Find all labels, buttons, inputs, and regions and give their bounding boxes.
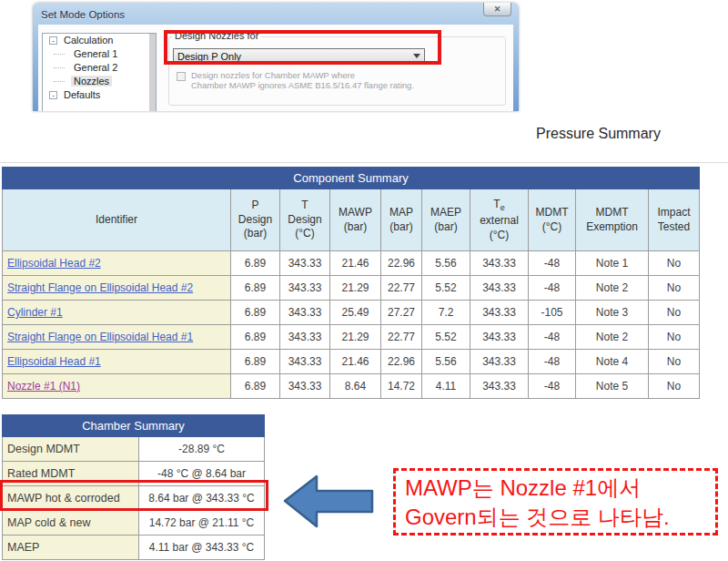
header-row: IdentifierPDesign(bar)TDesign(°C)MAWP(ba… <box>3 189 700 251</box>
value-cell: Note 4 <box>576 350 649 374</box>
tree-item-general-2[interactable]: General 2 <box>43 61 156 75</box>
column-header: Identifier <box>3 189 231 251</box>
value-cell: Note 1 <box>576 251 649 276</box>
component-link[interactable]: Ellipsoidal Head #2 <box>7 257 101 270</box>
value-cell: Note 5 <box>576 374 649 399</box>
chamber-label-cell: MAP cold & new <box>3 511 139 536</box>
component-link[interactable]: Nozzle #1 (N1) <box>7 380 80 393</box>
component-link[interactable]: Ellipsoidal Head #1 <box>7 355 101 368</box>
column-header: ImpactTested <box>649 189 700 251</box>
chamber-value-cell: -28.89 °C <box>139 437 265 462</box>
annotation-line-1: MAWP는 Nozzle #1에서 <box>405 474 706 503</box>
identifier-cell: Cylinder #1 <box>3 301 231 325</box>
value-cell: 6.89 <box>231 251 280 276</box>
value-cell: 6.89 <box>231 325 280 350</box>
table-row: Straight Flange on Ellipsoidal Head #26.… <box>3 276 700 301</box>
identifier-cell: Straight Flange on Ellipsoidal Head #2 <box>3 276 231 301</box>
tree-item-general-1[interactable]: General 1 <box>43 47 156 61</box>
dialog-tree: -CalculationGeneral 1General 2Nozzles-De… <box>42 33 157 111</box>
value-cell: Note 2 <box>576 325 649 350</box>
value-cell: 4.11 <box>422 374 470 399</box>
value-cell: No <box>649 374 700 399</box>
tree-item-label: General 2 <box>71 62 120 73</box>
tree-collapse-icon[interactable]: - <box>49 91 57 99</box>
tree-item-defaults[interactable]: -Defaults <box>43 88 156 102</box>
value-cell: 343.33 <box>470 251 529 276</box>
chamber-mawp-checkbox-row: Design nozzles for Chamber MAWP where Ch… <box>177 70 414 90</box>
tree-item-label: Nozzles <box>71 76 112 87</box>
identifier-cell: Ellipsoidal Head #2 <box>3 251 231 276</box>
value-cell: 343.33 <box>470 301 529 325</box>
value-cell: 8.64 <box>330 374 381 399</box>
component-link[interactable]: Cylinder #1 <box>7 306 63 319</box>
value-cell: No <box>649 325 700 350</box>
value-cell: 21.46 <box>330 350 381 374</box>
table-row: Ellipsoidal Head #16.89343.3321.4622.965… <box>3 350 700 374</box>
column-header: MDMT(°C) <box>529 189 576 251</box>
value-cell: 343.33 <box>280 251 330 276</box>
value-cell: -48 <box>529 325 576 350</box>
section-divider <box>0 162 728 163</box>
chamber-label-cell: MAEP <box>3 536 139 560</box>
tree-item-nozzles[interactable]: Nozzles <box>43 75 156 88</box>
value-cell: 21.46 <box>330 251 381 276</box>
column-header: MAP(bar) <box>381 189 422 251</box>
value-cell: No <box>649 301 700 325</box>
value-cell: -48 <box>529 350 576 374</box>
value-cell: 6.89 <box>231 276 280 301</box>
identifier-cell: Ellipsoidal Head #1 <box>3 350 231 374</box>
dialog-title: Set Mode Options <box>41 9 125 20</box>
close-icon[interactable]: ✕ <box>483 3 511 16</box>
value-cell: 343.33 <box>470 276 529 301</box>
value-cell: -105 <box>529 301 576 325</box>
value-cell: 343.33 <box>280 276 330 301</box>
left-arrow-icon <box>282 472 377 536</box>
column-header: PDesign(bar) <box>231 189 280 251</box>
value-cell: 5.56 <box>422 251 470 276</box>
component-link[interactable]: Straight Flange on Ellipsoidal Head #2 <box>7 281 193 294</box>
checkbox-unchecked-icon[interactable] <box>177 72 186 81</box>
column-header: MAEP(bar) <box>422 189 470 251</box>
value-cell: 6.89 <box>231 350 280 374</box>
identifier-cell: Straight Flange on Ellipsoidal Head #1 <box>3 325 231 350</box>
value-cell: 343.33 <box>280 374 330 399</box>
table-row: Ellipsoidal Head #26.89343.3321.4622.965… <box>3 251 700 276</box>
table-row: Design MDMT-28.89 °C <box>3 437 265 462</box>
tree-item-label: Calculation <box>61 35 116 46</box>
value-cell: 5.52 <box>422 325 470 350</box>
annotation-line-2: Govern되는 것으로 나타남. <box>405 503 706 532</box>
value-cell: 343.33 <box>470 350 529 374</box>
value-cell: 22.96 <box>381 251 422 276</box>
table-title: Chamber Summary <box>3 415 265 437</box>
table-row: MAP cold & new14.72 bar @ 21.11 °C <box>3 511 265 536</box>
pressure-summary-heading: Pressure Summary <box>536 126 661 142</box>
tree-collapse-icon[interactable]: - <box>49 36 57 45</box>
table-row: Cylinder #16.89343.3325.4927.277.2343.33… <box>3 301 700 325</box>
value-cell: 21.29 <box>330 276 381 301</box>
component-link[interactable]: Straight Flange on Ellipsoidal Head #1 <box>7 331 193 343</box>
value-cell: 5.56 <box>422 350 470 374</box>
value-cell: -48 <box>529 276 576 301</box>
identifier-cell: Nozzle #1 (N1) <box>3 374 231 399</box>
value-cell: 22.96 <box>381 350 422 374</box>
column-header: Teexternal(°C) <box>470 189 529 251</box>
value-cell: -48 <box>529 374 576 399</box>
component-summary-table: Component SummaryIdentifierPDesign(bar)T… <box>2 167 700 399</box>
value-cell: 25.49 <box>330 301 381 325</box>
table-row: MAEP4.11 bar @ 343.33 °C <box>3 536 265 560</box>
table-title: Component Summary <box>3 168 700 189</box>
value-cell: 343.33 <box>470 374 529 399</box>
value-cell: 22.77 <box>381 276 422 301</box>
value-cell: 343.33 <box>280 325 330 350</box>
value-cell: 343.33 <box>280 350 330 374</box>
checkbox-label: Design nozzles for Chamber MAWP where Ch… <box>191 70 414 90</box>
column-header: MAWP(bar) <box>330 189 381 251</box>
value-cell: 21.29 <box>330 325 381 350</box>
tree-item-calculation[interactable]: -Calculation <box>43 34 156 47</box>
value-cell: 343.33 <box>470 325 529 350</box>
value-cell: No <box>649 276 700 301</box>
annotation-callout: MAWP는 Nozzle #1에서 Govern되는 것으로 나타남. <box>393 468 718 536</box>
value-cell: No <box>649 251 700 276</box>
chamber-label-cell: Design MDMT <box>3 437 139 462</box>
value-cell: No <box>649 350 700 374</box>
